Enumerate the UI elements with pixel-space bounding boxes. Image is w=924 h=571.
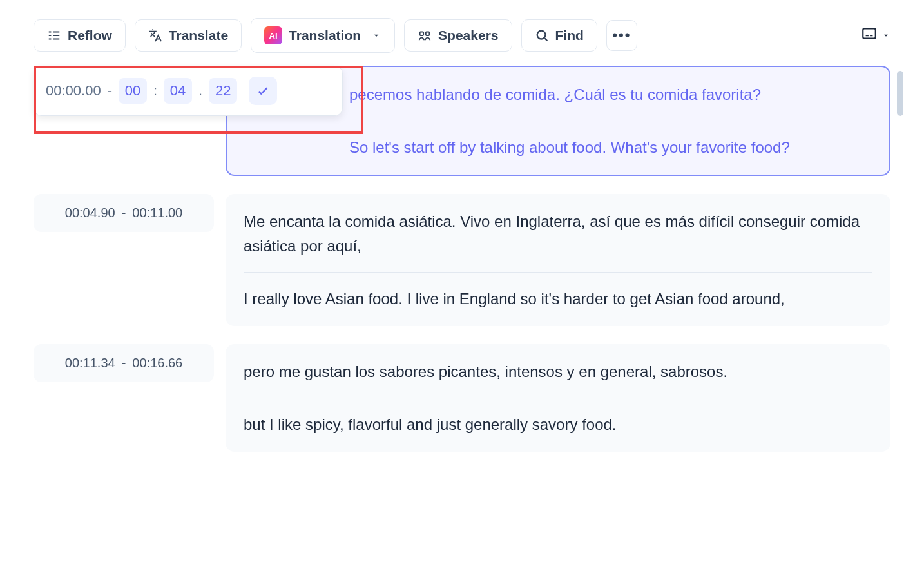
end-second-input[interactable]: 04 — [164, 78, 192, 104]
ai-badge-icon: AI — [264, 26, 282, 44]
translate-button[interactable]: Translate — [135, 19, 242, 52]
dash-sep: - — [108, 82, 112, 99]
transcript-text[interactable]: Me encanta la comida asiática. Vivo en I… — [226, 194, 890, 326]
timestamp-display[interactable]: 00:04.90 - 00:11.00 — [34, 194, 214, 232]
find-label: Find — [555, 28, 584, 43]
reflow-label: Reflow — [68, 28, 112, 43]
source-text: Me encanta la comida asiática. Vivo en I… — [244, 209, 872, 257]
source-text: pecemos hablando de comida. ¿Cuál es tu … — [349, 82, 871, 106]
end-minute-input[interactable]: 00 — [119, 78, 147, 104]
translation-text: but I like spicy, flavorful and just gen… — [244, 412, 872, 436]
dot-sep: . — [198, 82, 202, 99]
speakers-label: Speakers — [438, 28, 498, 43]
reflow-icon — [47, 28, 61, 43]
start-time-display: 00:00.00 — [46, 82, 101, 99]
transcript-segment: 00:04.90 - 00:11.00 Me encanta la comida… — [34, 194, 890, 326]
svg-rect-3 — [863, 28, 876, 38]
translation-label: Translation — [289, 28, 361, 43]
chevron-down-icon — [371, 30, 381, 41]
transcript-segment: 00:11.34 - 00:16.66 pero me gustan los s… — [34, 344, 890, 452]
transcript-segment: 00:00.00 - 00 : 04 . 22 pecemos hablando… — [34, 66, 890, 176]
find-button[interactable]: Find — [521, 19, 597, 52]
confirm-time-button[interactable] — [249, 77, 277, 105]
text-divider — [244, 398, 872, 398]
dash-sep: - — [122, 206, 126, 220]
colon-sep: : — [153, 82, 157, 99]
translate-label: Translate — [169, 28, 228, 43]
reflow-button[interactable]: Reflow — [34, 19, 126, 52]
chevron-down-icon — [881, 27, 890, 44]
translation-text: So let's start off by talking about food… — [349, 135, 871, 159]
start-time: 00:11.34 — [65, 356, 115, 371]
end-ms-input[interactable]: 22 — [209, 78, 237, 104]
svg-rect-1 — [426, 32, 430, 36]
toolbar: Reflow Translate AI Translation Speakers — [13, 13, 911, 66]
subtitle-view-icon — [861, 25, 878, 46]
scrollbar-thumb[interactable] — [897, 71, 903, 116]
more-options-button[interactable]: ••• — [606, 20, 637, 51]
text-divider — [244, 272, 872, 273]
timestamp-display[interactable]: 00:11.34 - 00:16.66 — [34, 344, 214, 382]
dash-sep: - — [122, 356, 126, 371]
dots-icon: ••• — [612, 27, 631, 44]
translation-dropdown[interactable]: AI Translation — [251, 18, 395, 53]
translate-icon — [148, 28, 162, 43]
transcript-content: 00:00.00 - 00 : 04 . 22 pecemos hablando… — [13, 66, 911, 452]
speakers-button[interactable]: Speakers — [404, 19, 512, 52]
start-time: 00:04.90 — [65, 206, 115, 220]
timestamp-editor[interactable]: 00:00.00 - 00 : 04 . 22 — [34, 66, 343, 116]
svg-point-2 — [537, 31, 545, 39]
search-icon — [535, 28, 549, 43]
transcript-text[interactable]: pero me gustan los sabores picantes, int… — [226, 344, 890, 452]
source-text: pero me gustan los sabores picantes, int… — [244, 360, 872, 383]
translation-text: I really love Asian food. I live in Engl… — [244, 287, 872, 311]
check-icon — [256, 84, 270, 98]
end-time: 00:16.66 — [132, 356, 182, 371]
end-time: 00:11.00 — [132, 206, 182, 220]
text-divider — [349, 121, 871, 121]
view-mode-dropdown[interactable] — [861, 25, 890, 46]
speakers-icon — [418, 28, 432, 43]
svg-rect-0 — [420, 32, 424, 36]
